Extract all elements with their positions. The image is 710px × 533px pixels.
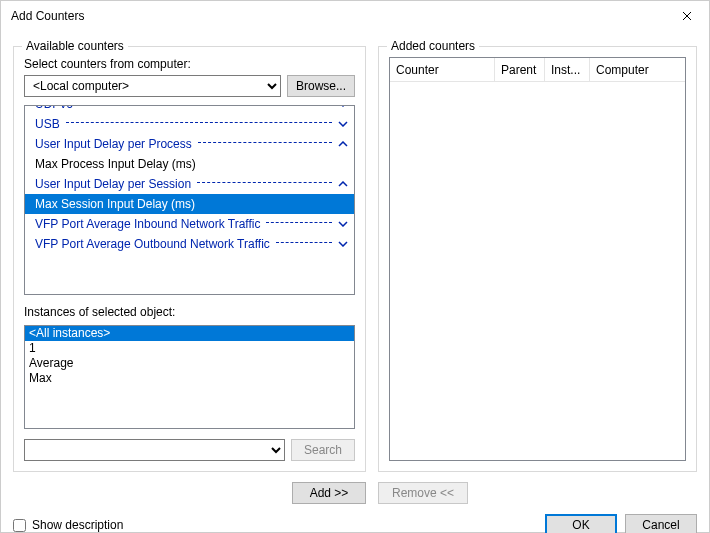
added-counters-table[interactable]: CounterParentInst...Computer: [389, 57, 686, 461]
column-header[interactable]: Computer: [590, 58, 685, 81]
counter-category-item[interactable]: USB: [25, 114, 354, 134]
search-button[interactable]: Search: [291, 439, 355, 461]
counter-child-item[interactable]: Max Process Input Delay (ms): [25, 154, 354, 174]
column-header[interactable]: Parent: [495, 58, 545, 81]
window-title: Add Counters: [11, 9, 664, 23]
added-columns-header: CounterParentInst...Computer: [390, 58, 685, 82]
chevron-down-icon[interactable]: [338, 119, 348, 129]
chevron-up-icon[interactable]: [338, 179, 348, 189]
counter-category-item[interactable]: User Input Delay per Process: [25, 134, 354, 154]
instance-item[interactable]: Average: [25, 356, 354, 371]
dashline: [276, 242, 332, 243]
instance-item[interactable]: 1: [25, 341, 354, 356]
added-counters-group: Added counters CounterParentInst...Compu…: [378, 46, 697, 472]
browse-button[interactable]: Browse...: [287, 75, 355, 97]
cancel-button[interactable]: Cancel: [625, 514, 697, 533]
dashline: [66, 122, 332, 123]
add-button[interactable]: Add >>: [292, 482, 366, 504]
added-counters-body: [390, 82, 685, 460]
chevron-down-icon[interactable]: [338, 106, 348, 109]
instances-label: Instances of selected object:: [24, 305, 355, 319]
counter-category-item[interactable]: VFP Port Average Inbound Network Traffic: [25, 214, 354, 234]
available-counters-group: Available counters Select counters from …: [13, 46, 366, 472]
add-counters-dialog: Add Counters Available counters Select c…: [0, 0, 710, 533]
dashline: [266, 222, 332, 223]
counter-category-item[interactable]: User Input Delay per Session: [25, 174, 354, 194]
close-button[interactable]: [664, 1, 709, 31]
instance-item[interactable]: <All instances>: [25, 326, 354, 341]
column-header[interactable]: Inst...: [545, 58, 590, 81]
show-description-input[interactable]: [13, 519, 26, 532]
ok-button[interactable]: OK: [545, 514, 617, 533]
chevron-down-icon[interactable]: [338, 239, 348, 249]
chevron-up-icon[interactable]: [338, 139, 348, 149]
added-counters-legend: Added counters: [387, 39, 479, 53]
counter-child-item[interactable]: Max Session Input Delay (ms): [25, 194, 354, 214]
counter-item-label: User Input Delay per Process: [35, 137, 192, 151]
dashline: [197, 182, 332, 183]
show-description-checkbox[interactable]: Show description: [13, 518, 123, 532]
close-icon: [682, 11, 692, 21]
counter-item-label: VFP Port Average Outbound Network Traffi…: [35, 237, 270, 251]
counter-item-label: USB: [35, 117, 60, 131]
counter-category-item[interactable]: VFP Port Average Outbound Network Traffi…: [25, 234, 354, 254]
available-counters-legend: Available counters: [22, 39, 128, 53]
counter-list[interactable]: UDPv6USBUser Input Delay per ProcessMax …: [24, 105, 355, 295]
counter-item-label: UDPv6: [35, 106, 73, 111]
counter-scroll[interactable]: UDPv6USBUser Input Delay per ProcessMax …: [25, 106, 354, 294]
counter-item-label: User Input Delay per Session: [35, 177, 191, 191]
titlebar: Add Counters: [1, 1, 709, 31]
counter-item-label: VFP Port Average Inbound Network Traffic: [35, 217, 260, 231]
remove-button[interactable]: Remove <<: [378, 482, 468, 504]
computer-combo[interactable]: <Local computer>: [24, 75, 281, 97]
select-computer-label: Select counters from computer:: [24, 57, 355, 71]
column-header[interactable]: Counter: [390, 58, 495, 81]
counter-item-label: Max Session Input Delay (ms): [35, 197, 195, 211]
counter-category-item[interactable]: UDPv6: [25, 106, 354, 114]
chevron-down-icon[interactable]: [338, 219, 348, 229]
search-combo[interactable]: [24, 439, 285, 461]
dashline: [198, 142, 332, 143]
instances-list[interactable]: <All instances>1AverageMax: [24, 325, 355, 429]
instance-item[interactable]: Max: [25, 371, 354, 386]
counter-item-label: Max Process Input Delay (ms): [35, 157, 196, 171]
show-description-label: Show description: [32, 518, 123, 532]
